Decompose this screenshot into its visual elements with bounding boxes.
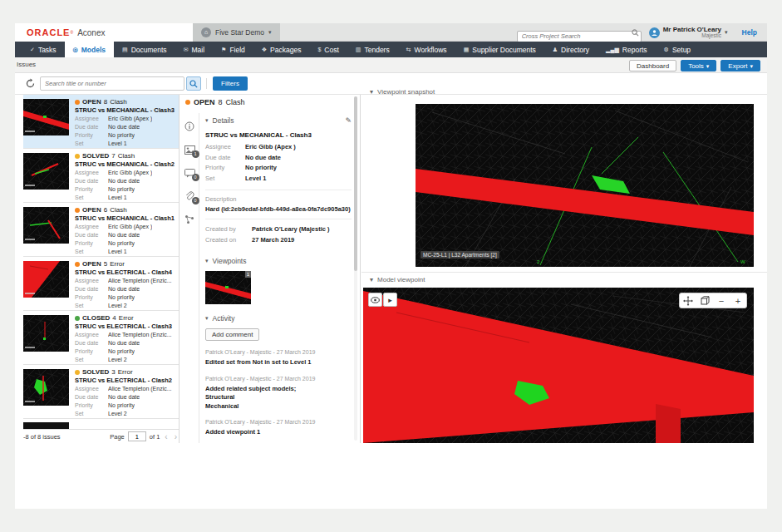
issue-list-item[interactable]: CLOSED4Error STRUC vs ELECTRICAL - Clash… (23, 311, 179, 365)
status-dot (75, 370, 80, 375)
tab-documents[interactable]: ▤Documents (114, 42, 175, 57)
details-section-header[interactable]: ▾ Details ✎ (205, 116, 352, 125)
tab-cost[interactable]: $Cost (309, 42, 347, 57)
panel-divider (360, 95, 361, 443)
tab-models[interactable]: ◎Models (65, 42, 114, 57)
expand-tools-button[interactable]: ▸ (383, 293, 397, 307)
issue-title: STRUC vs ELECTRICAL - Clash3 (75, 323, 178, 331)
search-icon[interactable] (632, 29, 639, 37)
module-nav: ✓Tasks ◎Models ▤Documents ✉Mail ⚑Field ❖… (15, 42, 767, 57)
issue-list-item[interactable]: SOLVED3Error STRUC vs ELECTRICAL - Clash… (23, 365, 179, 419)
section-divider (361, 272, 767, 273)
share-icon[interactable] (184, 213, 195, 224)
registered-mark: ® (70, 30, 73, 35)
cube-view-icon[interactable] (698, 294, 711, 308)
activity-meta: Patrick O'Leary - Majestic - 27 March 20… (205, 348, 352, 357)
issue-detail-header: OPEN 8 Clash (185, 98, 245, 106)
tab-tenders[interactable]: ▥Tenders (347, 42, 398, 57)
user-menu[interactable]: Mr Patrick O'Leary Majestic ▾ (649, 27, 728, 39)
comments-count-badge: 0 (192, 174, 199, 181)
pan-icon[interactable] (681, 294, 695, 308)
refresh-icon[interactable] (25, 78, 36, 89)
next-page-button[interactable]: › (173, 432, 179, 441)
oracle-logo-text: ORACLE (27, 27, 70, 37)
chevron-down-icon: ▾ (370, 276, 373, 283)
tenders-icon: ▥ (356, 47, 361, 53)
description-label: Description (205, 195, 352, 203)
issue-search-input[interactable] (40, 76, 184, 91)
visibility-button[interactable] (368, 293, 382, 307)
issue-thumbnail (23, 153, 69, 190)
status-dot (75, 262, 80, 267)
reports-icon: ▂▄▆ (606, 47, 619, 53)
issue-title: STRUC vs ELECTRICAL - Clash2 (75, 377, 178, 385)
issue-thumbnail (23, 207, 69, 244)
viewpoint-snapshot-image[interactable]: 2 W MC-25-L1 | L32 Apartments [2] (416, 104, 754, 267)
snapshot-marker-b: W (740, 259, 745, 264)
results-summary: -8 of 8 issues (23, 433, 61, 441)
add-comment-button[interactable]: Add comment (205, 328, 259, 341)
help-link[interactable]: Help (742, 28, 757, 37)
scrollbar-thumb[interactable] (354, 96, 357, 271)
edit-icon[interactable]: ✎ (345, 116, 352, 125)
attachment-icon[interactable]: 0 (184, 190, 195, 200)
viewpoint-thumbnail[interactable]: 1 (205, 271, 251, 304)
tab-tasks[interactable]: ✓Tasks (22, 42, 65, 57)
cross-project-search (517, 27, 642, 38)
issue-title: STRUC vs MECHANICAL - Clash2 (75, 160, 178, 169)
tab-setup[interactable]: ⚙Setup (656, 42, 700, 57)
issue-title: STRUC vs ELECTRICAL - Clash4 (75, 268, 178, 277)
tab-workflows[interactable]: ⇆Workflows (398, 42, 455, 57)
viewpoint-snapshot-header[interactable]: ▾ Viewpoint snapshot (370, 88, 435, 96)
tab-directory[interactable]: ♟Directory (544, 42, 598, 57)
dashboard-button[interactable]: Dashboard (629, 60, 676, 71)
tab-field[interactable]: ⚑Field (213, 42, 253, 57)
issue-title: STRUC vs MECHANICAL - Clash1 (75, 214, 178, 223)
pagination-bar: -8 of 8 issues Page of 1 ‹ › (23, 429, 179, 443)
tab-mail[interactable]: ✉Mail (175, 42, 213, 57)
comments-icon[interactable]: 0 (184, 166, 195, 177)
model-viewpoint-header[interactable]: ▾ Model viewpoint (370, 276, 425, 283)
issue-thumbnail (23, 369, 69, 406)
activity-section-header[interactable]: ▾ Activity (205, 314, 352, 323)
search-button[interactable] (186, 76, 201, 91)
model-viewpoint-viewer[interactable]: ▸ − + (363, 288, 754, 443)
zoom-in-icon[interactable]: + (731, 294, 745, 308)
issue-detail-title: STRUC vs MECHANICAL - Clash3 (205, 131, 352, 139)
chevron-down-icon: ▾ (268, 29, 272, 36)
issue-list-item[interactable]: OPEN8Clash STRUC vs MECHANICAL - Clash3 … (23, 95, 179, 149)
issue-detail-panel: OPEN 8 Clash 1 0 0 (180, 95, 358, 443)
project-icon: ⌂ (201, 27, 211, 37)
check-icon: ✓ (30, 47, 35, 53)
issue-list-item[interactable]: OPEN6Clash STRUC vs MECHANICAL - Clash1 … (23, 203, 179, 257)
export-button[interactable]: Export▾ (721, 60, 760, 71)
issue-list-item[interactable]: SOLVED7Clash STRUC vs MECHANICAL - Clash… (23, 149, 179, 203)
previous-page-button[interactable]: ‹ (163, 432, 169, 441)
cost-icon: $ (317, 47, 321, 52)
project-selector[interactable]: ⌂ Five Star Demo ▾ (193, 23, 280, 42)
tab-supplier-documents[interactable]: ▦Supplier Documents (455, 42, 544, 57)
issue-list-item[interactable]: OPEN5Error STRUC vs ELECTRICAL - Clash4 … (23, 257, 179, 311)
tools-button[interactable]: Tools▾ (681, 60, 716, 71)
tab-reports[interactable]: ▂▄▆Reports (598, 42, 656, 57)
detail-icon-rail: 1 0 0 (180, 113, 199, 443)
status-dot (75, 316, 80, 321)
zoom-out-icon[interactable]: − (715, 294, 728, 308)
viewpoints-section-header[interactable]: ▾ Viewpoints (205, 257, 352, 265)
user-avatar-icon (649, 27, 660, 38)
divider (205, 190, 352, 190)
filters-button[interactable]: Filters (213, 76, 248, 91)
activity-text: Structural (205, 393, 352, 402)
status-dot (75, 154, 80, 159)
page-number-input[interactable] (128, 431, 146, 441)
info-icon[interactable] (184, 120, 195, 131)
tab-packages[interactable]: ❖Packages (253, 42, 310, 57)
activity-text: Added related subject models; (205, 385, 352, 394)
issue-list: OPEN8Clash STRUC vs MECHANICAL - Clash3 … (23, 95, 179, 443)
activity-meta: Patrick O'Leary - Majestic - 27 March 20… (205, 375, 352, 383)
cross-project-search-input[interactable] (517, 31, 642, 42)
models-icon: ◎ (73, 47, 78, 53)
viewpoints-icon[interactable]: 1 (184, 143, 195, 154)
supplier-documents-icon: ▦ (464, 47, 470, 53)
field-icon: ⚑ (221, 47, 226, 53)
